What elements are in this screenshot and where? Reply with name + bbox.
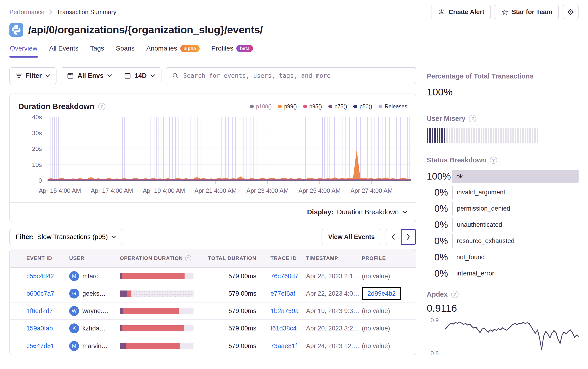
tab-profiles[interactable]: Profilesbeta (211, 44, 254, 57)
operation-duration-bar[interactable] (120, 325, 193, 331)
profile-link[interactable]: 2d99e4b2 (368, 290, 396, 297)
star-for-team-label: Star for Team (512, 9, 552, 16)
misery-stripe (446, 128, 448, 143)
profile-no-value: (no value) (362, 342, 390, 350)
trace-id-link[interactable]: 76c760d7 (271, 273, 298, 280)
transactions-filter-value: Slow Transactions (p95) (37, 233, 108, 241)
misery-stripe (449, 128, 450, 143)
search-input[interactable] (183, 72, 410, 79)
tab-tags[interactable]: Tags (90, 44, 105, 57)
misery-stripe (444, 128, 445, 143)
tab-all-events[interactable]: All Events (49, 44, 79, 57)
legend-item-p75[interactable]: p75() (328, 103, 347, 110)
star-for-team-button[interactable]: ☆ Star for Team (494, 5, 559, 19)
misery-stripe (454, 128, 455, 143)
event-id-link[interactable]: 1f6ed2d7 (26, 308, 53, 315)
timestamp-value: Apr 24, 2023 12:… (306, 342, 359, 350)
event-id-link[interactable]: c5647d81 (26, 342, 54, 350)
event-id-link[interactable]: c55c4d42 (26, 273, 54, 280)
column-header-event-id: EVENT ID (26, 255, 69, 261)
status-percent: 0% (427, 219, 448, 230)
misery-stripe (500, 128, 502, 143)
event-id-link[interactable]: 159a0fab (26, 325, 53, 332)
trace-id-link[interactable]: f61d38c4 (271, 325, 297, 332)
transactions-filter-dropdown[interactable]: Filter: Slow Transactions (p95) (10, 229, 122, 245)
trace-id-cell: 76c760d7 (256, 273, 306, 280)
legend-dot (278, 105, 282, 108)
misery-stripe (515, 128, 516, 143)
transactions-filter-label: Filter: (16, 233, 34, 241)
operation-duration-bar[interactable] (120, 308, 193, 314)
timestamp-value: Apr 19, 2023 9:3… (306, 308, 359, 315)
legend-item-p50[interactable]: p50() (353, 103, 372, 110)
misery-stripe (476, 128, 477, 143)
view-all-events-button[interactable]: View All Events (322, 229, 381, 245)
apdex-y-top: 0.9 (430, 317, 439, 324)
trace-id-link[interactable]: e77ef6af (271, 290, 295, 297)
next-page-button[interactable] (401, 229, 416, 245)
previous-page-button[interactable] (386, 229, 401, 245)
percentage-total-value: 100% (427, 86, 578, 98)
timestamp-value: Apr 20, 2023 3:2… (306, 325, 359, 332)
misery-stripe (427, 128, 428, 143)
display-dropdown[interactable]: Display: Duration Breakdown (10, 202, 416, 222)
legend-item-p100[interactable]: p100() (250, 103, 272, 110)
misery-stripe (468, 128, 470, 143)
chevron-left-icon (391, 234, 395, 240)
status-bar-zone: ok (452, 170, 578, 183)
user-misery-section: User Misery ? (427, 115, 578, 143)
timestamp-value: Apr 28, 2023 2:1… (306, 273, 359, 280)
misery-stripe (513, 128, 514, 143)
event-id-cell: 159a0fab (26, 325, 69, 332)
status-bar-zone: unauthenticated (452, 218, 578, 231)
avatar: M (69, 341, 79, 351)
total-duration-cell: 579.00ms (200, 342, 256, 350)
calendar-icon (124, 72, 131, 79)
trace-id-link[interactable]: 73aae81f (271, 342, 297, 350)
column-header-total-duration: TOTAL DURATION (200, 255, 256, 261)
operation-duration-bar[interactable] (120, 290, 193, 297)
column-header-label: TIMESTAMP (306, 255, 338, 261)
duration-chart[interactable]: 40s30s20s10s0 Apr 15 4:00 AMApr 17 4:00 … (48, 117, 410, 196)
misery-stripe (517, 128, 519, 143)
tab-spans[interactable]: Spans (115, 44, 135, 57)
breadcrumb-current: Transaction Summary (57, 9, 116, 16)
tab-overview[interactable]: Overview (10, 44, 38, 57)
event-id-link[interactable]: b600c7a7 (26, 290, 54, 297)
status-percent: 0% (427, 236, 448, 246)
legend-item-p99[interactable]: p99() (278, 103, 297, 110)
operation-duration-bar[interactable] (120, 273, 193, 279)
help-icon[interactable]: ? (451, 291, 459, 298)
create-alert-button[interactable]: Create Alert (431, 5, 491, 19)
username: geeks… (82, 290, 106, 297)
help-icon[interactable]: ? (469, 115, 476, 122)
table-row: c5647d81Mmarvin…579.00ms73aae81fApr 24, … (10, 337, 416, 355)
operation-duration-bar[interactable] (120, 343, 193, 349)
environment-dropdown[interactable]: All Envs (61, 68, 118, 84)
legend-dot (353, 105, 357, 108)
profile-cell: (no value) (362, 273, 409, 280)
help-icon[interactable]: ? (490, 157, 497, 164)
legend-dot (378, 105, 382, 108)
status-bar[interactable]: ok (452, 170, 578, 183)
chevron-down-icon (107, 74, 112, 77)
profile-cell: (no value) (362, 342, 409, 350)
filter-dropdown[interactable]: Filter (10, 67, 56, 84)
settings-button[interactable]: ⚙ (563, 5, 578, 19)
help-icon[interactable]: ? (98, 103, 105, 110)
trace-id-link[interactable]: 1b2a759a (271, 308, 299, 315)
misery-stripe (488, 128, 489, 143)
legend-item-Releases[interactable]: Releases (378, 103, 407, 110)
tab-anomalies[interactable]: Anomaliesalpha (146, 44, 200, 57)
chevron-right-icon (49, 9, 52, 15)
user-misery-header: User Misery (427, 115, 465, 122)
column-header-label: TRACE ID (271, 255, 297, 261)
page-title: /api/0/organizations/{organization_slug}… (28, 24, 263, 36)
avatar: W (69, 306, 79, 316)
date-range-dropdown[interactable]: 14D (118, 68, 161, 84)
legend-item-p95[interactable]: p95() (303, 103, 322, 110)
apdex-chart: 0.9 0.8 (445, 319, 578, 354)
help-icon[interactable]: ? (185, 255, 191, 261)
table-row: c55c4d42Mmfaro…579.00ms76c760d7Apr 28, 2… (10, 268, 416, 285)
breadcrumb-performance[interactable]: Performance (10, 9, 44, 16)
